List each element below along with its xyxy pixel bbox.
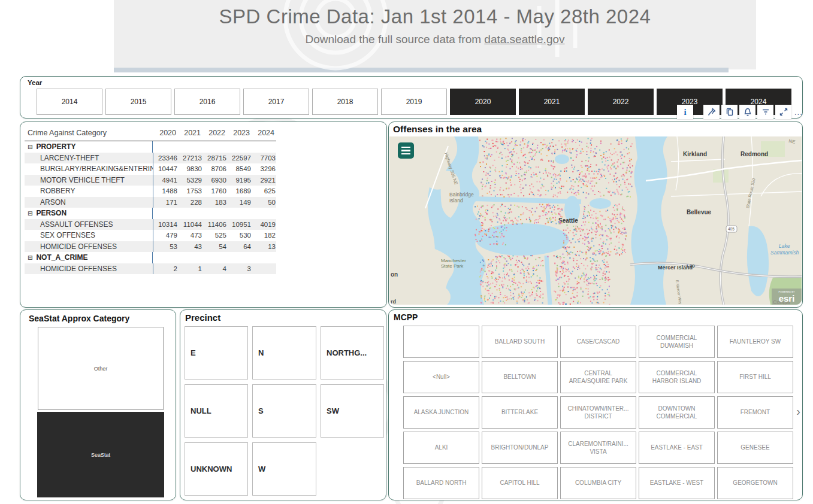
mcpp-button-alaska-junction[interactable]: ALASKA JUNCTION: [403, 396, 479, 429]
row-label: HOMICIDE OFFENSES: [25, 242, 153, 251]
mcpp-button-chinatown-inter-district[interactable]: CHINATOWN/INTER... DISTRICT: [560, 396, 636, 429]
year-button-2022[interactable]: 2022: [588, 89, 654, 115]
map-label: Manchester: [441, 258, 466, 263]
mcpp-button-commercial-duwamish[interactable]: COMMERCIAL DUWAMISH: [639, 326, 715, 358]
cell-value: 228: [178, 199, 203, 206]
source-data-link[interactable]: data.seattle.gov: [484, 33, 564, 45]
cell-value: 8549: [227, 165, 252, 172]
precinct-title: Precinct: [185, 312, 220, 323]
year-button-2015[interactable]: 2015: [105, 89, 171, 115]
precinct-button-w[interactable]: W: [252, 442, 316, 496]
cell-value: 13: [252, 243, 276, 250]
collapse-icon[interactable]: ⊟: [28, 254, 32, 261]
cell-value: 6930: [203, 177, 227, 184]
mcpp-button-claremont-raini-vista[interactable]: CLAREMONT/RAINI... VISTA: [560, 432, 636, 464]
year-button-2014[interactable]: 2014: [37, 89, 102, 115]
mcpp-button-eastlake-east[interactable]: EASTLAKE - EAST: [639, 432, 715, 464]
mcpp-button-blank[interactable]: [403, 326, 479, 358]
more-options-icon[interactable]: ...: [793, 108, 803, 117]
table-row[interactable]: HOMICIDE OFFENSES2143: [25, 263, 276, 275]
cell-value: 5329: [178, 177, 203, 184]
crime-table-body: ⊟PROPERTYLARCENY-THEFT233462721328715225…: [25, 141, 276, 274]
precinct-button-null[interactable]: NULL: [185, 384, 248, 438]
year-button-2017[interactable]: 2017: [243, 89, 309, 115]
copy-icon[interactable]: [721, 105, 738, 119]
seastat-button-other[interactable]: Other: [38, 327, 164, 410]
mcpp-button-first-hill[interactable]: FIRST HILL: [717, 361, 793, 393]
collapse-icon[interactable]: ⊟: [28, 144, 32, 150]
table-row[interactable]: BURGLARY/BREAKING&ENTERING10447983087068…: [25, 163, 276, 175]
table-group-row[interactable]: ⊟PERSON: [25, 208, 276, 219]
row-values: 2143: [153, 263, 276, 275]
table-group-row[interactable]: ⊟PROPERTY: [25, 141, 276, 153]
cell-value: 149: [227, 199, 252, 206]
table-row[interactable]: LARCENY-THEFT233462721328715225977703: [25, 153, 276, 164]
cell-value: 171: [153, 199, 178, 206]
mcpp-button-fremont[interactable]: FREMONT: [717, 396, 793, 429]
mcpp-button-commercial-harbor-island[interactable]: COMMERCIAL HARBOR ISLAND: [639, 361, 715, 393]
map-menu-button[interactable]: [398, 142, 414, 159]
cell-value: 1689: [227, 187, 252, 195]
mcpp-button-georgetown[interactable]: GEORGETOWN: [717, 467, 793, 499]
year-column-header: 2023: [226, 129, 250, 137]
offense-map[interactable]: Highway 305 NEBainbridgeIslandManchester…: [389, 136, 802, 305]
cell-value: 625: [252, 187, 276, 195]
year-button-2019[interactable]: 2019: [381, 89, 447, 115]
precinct-button-n[interactable]: N: [252, 326, 316, 379]
map-label: on: [391, 271, 398, 278]
next-page-chevron-icon[interactable]: ›: [796, 405, 800, 418]
year-button-2021[interactable]: 2021: [519, 89, 585, 115]
year-button-2020[interactable]: 2020: [450, 89, 516, 115]
filter-icon[interactable]: [757, 105, 773, 119]
cell-value: 4019: [252, 221, 276, 228]
map-label: NE: [788, 138, 796, 145]
mcpp-button-downtown-commercial[interactable]: DOWNTOWN COMMERCIAL: [639, 396, 715, 429]
precinct-options: ENNORTHG...NULLSSWUNKNOWNW: [185, 326, 384, 496]
mcpp-button-eastlake-west[interactable]: EASTLAKE - WEST: [639, 467, 715, 499]
cell-value: 2921: [252, 177, 276, 184]
precinct-button-unknown[interactable]: UNKNOWN: [185, 442, 248, 496]
year-button-2016[interactable]: 2016: [174, 89, 240, 115]
mcpp-button-alki[interactable]: ALKI: [403, 432, 479, 464]
mcpp-button-central-area-squire-park[interactable]: CENTRAL AREA/SQUIRE PARK: [560, 361, 636, 393]
mcpp-button--null-[interactable]: <Null>: [403, 361, 479, 393]
cell-value: 64: [227, 243, 252, 250]
precinct-button-e[interactable]: E: [185, 326, 248, 379]
mcpp-button-brighton-dunlap[interactable]: BRIGHTON/DUNLAP: [482, 432, 558, 464]
mcpp-button-bitterlake[interactable]: BITTERLAKE: [482, 396, 558, 429]
collapse-icon[interactable]: ⊟: [28, 210, 32, 217]
table-row[interactable]: ROBBERY1488175317601689625: [25, 186, 276, 197]
precinct-button-sw[interactable]: SW: [321, 384, 384, 438]
mcpp-button-columbia-city[interactable]: COLUMBIA CITY: [560, 467, 636, 499]
row-values: 104479830870685493296: [153, 163, 276, 175]
year-column-header: 2020: [152, 129, 177, 137]
group-values: [152, 141, 276, 153]
mcpp-button-fauntleroy-sw[interactable]: FAUNTLEROY SW: [717, 326, 793, 358]
mcpp-button-belltown[interactable]: BELLTOWN: [482, 361, 558, 393]
table-row[interactable]: ARSON17122818314950: [25, 197, 276, 208]
table-row[interactable]: SEX OFFENSES479473525530182: [25, 230, 276, 241]
mcpp-button-ballard-south[interactable]: BALLARD SOUTH: [482, 326, 558, 358]
precinct-button-northg-[interactable]: NORTHG...: [321, 326, 384, 379]
crime-table-header[interactable]: Crime Against Category: [25, 129, 152, 137]
pin-icon[interactable]: [703, 105, 720, 119]
table-row[interactable]: HOMICIDE OFFENSES5343546413: [25, 241, 276, 253]
seastat-button-seastat[interactable]: SeaStat: [37, 412, 164, 497]
mcpp-button-ballard-north[interactable]: BALLARD NORTH: [403, 467, 479, 499]
cell-value: 2: [153, 265, 178, 272]
precinct-button-s[interactable]: S: [252, 384, 316, 438]
mcpp-button-case-cascad[interactable]: CASE/CASCAD: [560, 326, 636, 358]
cell-value: 10314: [153, 221, 178, 228]
focus-mode-icon[interactable]: [775, 105, 791, 119]
map-canvas[interactable]: Highway 305 NEBainbridgeIslandManchester…: [389, 136, 802, 305]
alert-icon[interactable]: [739, 105, 755, 119]
cell-value: 11406: [203, 221, 227, 228]
mcpp-button-genesee[interactable]: GENESEE: [717, 432, 793, 464]
mcpp-button-capitol-hill[interactable]: CAPITOL HILL: [482, 467, 558, 499]
table-row[interactable]: MOTOR VEHICLE THEFT49415329693091952921: [25, 175, 276, 186]
table-row[interactable]: ASSAULT OFFENSES103141104411406109514019: [25, 219, 276, 230]
info-icon[interactable]: i: [677, 105, 693, 119]
year-button-2018[interactable]: 2018: [312, 89, 378, 115]
row-label: HOMICIDE OFFENSES: [25, 265, 153, 273]
table-group-row[interactable]: ⊟NOT_A_CRIME: [25, 252, 276, 263]
